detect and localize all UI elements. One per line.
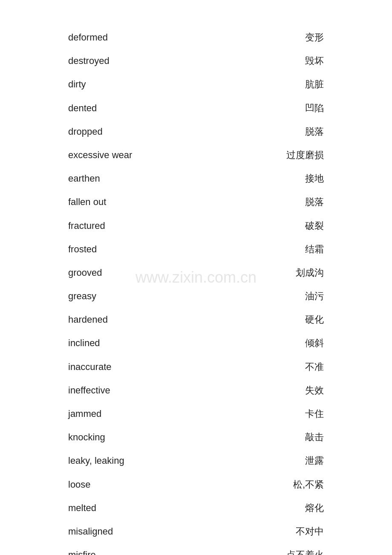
english-word: greasy bbox=[68, 289, 179, 304]
vocab-row: dropped脱落 bbox=[68, 120, 324, 143]
english-word: dented bbox=[68, 101, 179, 116]
chinese-word: 接地 bbox=[305, 171, 324, 186]
vocab-row: misaligned不对中 bbox=[68, 520, 324, 543]
vocab-row: grooved划成沟 bbox=[68, 261, 324, 284]
chinese-word: 敲击 bbox=[305, 430, 324, 445]
chinese-word: 过度磨损 bbox=[286, 147, 324, 162]
chinese-word: 失效 bbox=[305, 383, 324, 398]
vocab-row: inclined倾斜 bbox=[68, 331, 324, 355]
english-word: knocking bbox=[68, 430, 179, 445]
english-word: inclined bbox=[68, 335, 179, 350]
chinese-word: 结霜 bbox=[305, 242, 324, 257]
english-word: misfire bbox=[68, 547, 179, 555]
chinese-word: 不对中 bbox=[296, 524, 324, 539]
vocab-row: jammed卡住 bbox=[68, 402, 324, 425]
english-word: earthen bbox=[68, 171, 179, 186]
chinese-word: 脱落 bbox=[305, 194, 324, 209]
english-word: fractured bbox=[68, 218, 179, 233]
vocab-row: dirty肮脏 bbox=[68, 72, 324, 96]
english-word: melted bbox=[68, 500, 179, 515]
vocab-row: dented凹陷 bbox=[68, 96, 324, 120]
chinese-word: 卡住 bbox=[305, 406, 324, 421]
english-word: misaligned bbox=[68, 524, 179, 539]
english-word: loose bbox=[68, 477, 179, 492]
vocab-row: fallen out脱落 bbox=[68, 190, 324, 214]
english-word: deformed bbox=[68, 30, 179, 45]
english-word: grooved bbox=[68, 265, 179, 280]
vocab-row: destroyed毁坏 bbox=[68, 49, 324, 72]
vocab-row: misfire点不着火 bbox=[68, 543, 324, 555]
vocab-row: hardened硬化 bbox=[68, 308, 324, 331]
english-word: hardened bbox=[68, 312, 179, 327]
vocab-row: ineffective失效 bbox=[68, 379, 324, 402]
chinese-word: 毁坏 bbox=[305, 53, 324, 68]
english-word: frosted bbox=[68, 242, 179, 257]
english-word: inaccurate bbox=[68, 359, 179, 374]
english-word: fallen out bbox=[68, 194, 179, 209]
vocab-row: loose松,不紧 bbox=[68, 473, 324, 496]
chinese-word: 肮脏 bbox=[305, 77, 324, 92]
vocab-table: deformed变形destroyed毁坏dirty肮脏dented凹陷drop… bbox=[0, 0, 392, 555]
vocab-row: greasy油污 bbox=[68, 284, 324, 308]
chinese-word: 不准 bbox=[305, 359, 324, 374]
chinese-word: 倾斜 bbox=[305, 335, 324, 350]
vocab-row: earthen接地 bbox=[68, 167, 324, 190]
vocab-row: leaky, leaking泄露 bbox=[68, 449, 324, 472]
chinese-word: 硬化 bbox=[305, 312, 324, 327]
chinese-word: 油污 bbox=[305, 289, 324, 304]
english-word: destroyed bbox=[68, 53, 179, 68]
chinese-word: 变形 bbox=[305, 30, 324, 45]
english-word: leaky, leaking bbox=[68, 453, 179, 468]
vocab-row: deformed变形 bbox=[68, 26, 324, 49]
english-word: jammed bbox=[68, 406, 179, 421]
chinese-word: 脱落 bbox=[305, 124, 324, 139]
english-word: dirty bbox=[68, 77, 179, 92]
vocab-row: fractured破裂 bbox=[68, 214, 324, 237]
chinese-word: 泄露 bbox=[305, 453, 324, 468]
chinese-word: 凹陷 bbox=[305, 101, 324, 116]
vocab-row: frosted结霜 bbox=[68, 237, 324, 261]
vocab-row: melted熔化 bbox=[68, 496, 324, 520]
chinese-word: 点不着火 bbox=[286, 547, 324, 555]
chinese-word: 松,不紧 bbox=[293, 477, 324, 492]
vocab-row: inaccurate不准 bbox=[68, 355, 324, 379]
vocab-row: excessive wear过度磨损 bbox=[68, 143, 324, 167]
chinese-word: 划成沟 bbox=[296, 265, 324, 280]
vocab-row: knocking敲击 bbox=[68, 425, 324, 449]
english-word: ineffective bbox=[68, 383, 179, 398]
chinese-word: 熔化 bbox=[305, 500, 324, 515]
chinese-word: 破裂 bbox=[305, 218, 324, 233]
english-word: excessive wear bbox=[68, 147, 179, 162]
english-word: dropped bbox=[68, 124, 179, 139]
